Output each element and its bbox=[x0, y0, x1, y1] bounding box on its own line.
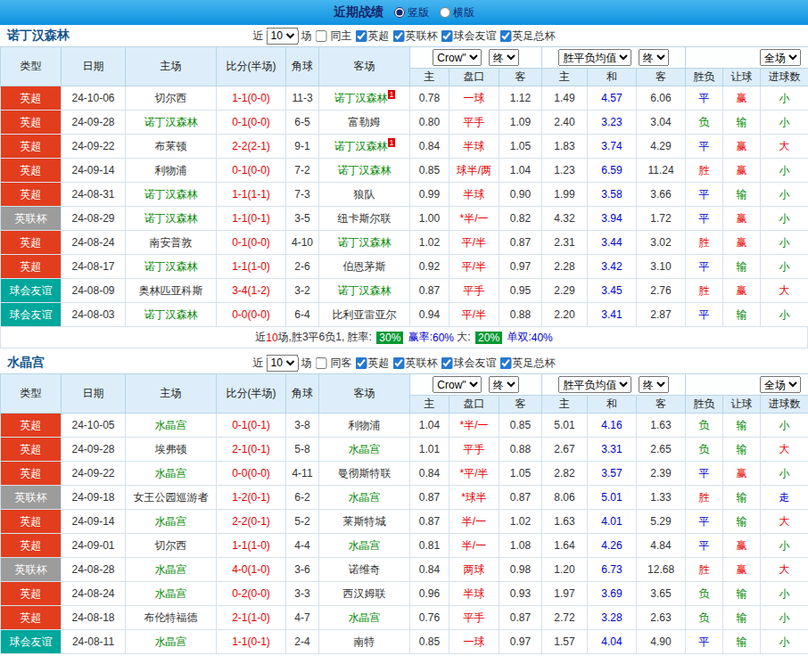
goals-result-indicator: 小 bbox=[761, 582, 808, 606]
league-filter-friendly[interactable]: 球会友谊 bbox=[441, 29, 497, 44]
asian-final-select[interactable]: 终 bbox=[489, 376, 519, 393]
corner-score: 2-4 bbox=[286, 630, 319, 654]
away-team: 莱斯特城 bbox=[319, 510, 410, 534]
match-date: 24-08-18 bbox=[62, 606, 126, 630]
epl-checkbox[interactable] bbox=[356, 30, 367, 42]
away-team: 比利亚雷亚尔 bbox=[319, 303, 410, 327]
handicap-result-indicator: 赢 bbox=[723, 558, 761, 582]
layout-option-vertical[interactable]: 竖版 bbox=[394, 5, 429, 20]
layout-option-horizontal[interactable]: 横版 bbox=[440, 5, 474, 20]
euro-away-odds: 3.02 bbox=[637, 231, 686, 255]
euro-away-odds: 3.66 bbox=[637, 183, 686, 207]
forest-matches-tbody: 英超24-10-06切尔西1-1(0-0)11-3诺丁汉森林10.78一球1.1… bbox=[1, 86, 808, 327]
home-team: 水晶宫 bbox=[126, 558, 217, 582]
euro-draw-odds: 3.74 bbox=[588, 135, 637, 159]
epl-checkbox[interactable] bbox=[356, 357, 367, 369]
match-score: 0-1(0-0) bbox=[217, 111, 286, 135]
euro-draw-odds: 3.31 bbox=[588, 438, 637, 462]
games-label: 场 bbox=[301, 356, 312, 371]
handicap-result-indicator: 赢 bbox=[723, 534, 761, 558]
handicap-result-indicator: 赢 bbox=[723, 231, 761, 255]
match-date: 24-08-28 bbox=[62, 558, 126, 582]
asian-home-odds: 0.85 bbox=[410, 159, 449, 183]
euro-final-select[interactable]: 终 bbox=[639, 376, 669, 393]
euro-away-odds: 1.72 bbox=[637, 207, 686, 231]
match-row: 英超24-09-14水晶宫2-2(0-1)5-2莱斯特城0.87半/一1.021… bbox=[1, 510, 808, 534]
asian-handicap: 平手 bbox=[449, 279, 499, 303]
col-score: 比分(半场) bbox=[217, 47, 286, 86]
match-score: 2-2(0-1) bbox=[217, 510, 286, 534]
bookmaker-select[interactable]: Crow" bbox=[433, 376, 482, 393]
col-home: 主场 bbox=[126, 374, 217, 414]
friendly-checkbox[interactable] bbox=[441, 357, 453, 369]
euro-draw-odds: 4.57 bbox=[588, 86, 637, 111]
league-filter-friendly[interactable]: 球会友谊 bbox=[441, 356, 497, 371]
league-cup-checkbox[interactable] bbox=[393, 30, 405, 42]
league-cup-label: 英联杯 bbox=[406, 29, 438, 44]
match-score: 0-0(0-0) bbox=[217, 303, 286, 327]
rank-badge: 1 bbox=[388, 90, 394, 99]
league-type-badge: 英超 bbox=[1, 135, 62, 159]
bookmaker-select[interactable]: Crow" bbox=[433, 49, 482, 66]
scope-select[interactable]: 全场 bbox=[760, 376, 801, 393]
corner-score: 2-6 bbox=[286, 255, 319, 279]
result-indicator: 负 bbox=[686, 582, 723, 606]
match-date: 24-08-09 bbox=[62, 279, 126, 303]
same-venue-label: 同客 bbox=[331, 356, 352, 371]
euro-avg-select[interactable]: 胜平负均值 bbox=[558, 49, 631, 66]
col-asian-home: 主 bbox=[410, 69, 449, 86]
handicap-result-indicator: 输 bbox=[723, 630, 761, 654]
league-filter-league-cup[interactable]: 英联杯 bbox=[392, 356, 438, 371]
result-indicator: 胜 bbox=[686, 558, 723, 582]
euro-draw-odds: 3.41 bbox=[588, 303, 637, 327]
asian-away-odds: 0.87 bbox=[499, 606, 542, 630]
asian-away-odds: 0.88 bbox=[499, 438, 542, 462]
home-team: 南安普敦 bbox=[126, 231, 217, 255]
friendly-checkbox[interactable] bbox=[441, 30, 453, 42]
match-score: 3-4(1-2) bbox=[217, 279, 286, 303]
euro-avg-select[interactable]: 胜平负均值 bbox=[558, 376, 631, 393]
corner-score: 4-11 bbox=[286, 462, 319, 486]
match-row: 英超24-08-24水晶宫0-2(0-0)3-3西汉姆联0.96半球0.931.… bbox=[1, 582, 808, 606]
home-team: 利物浦 bbox=[126, 159, 217, 183]
euro-home-odds: 1.23 bbox=[542, 159, 588, 183]
league-filter-fa-cup[interactable]: 英足总杯 bbox=[499, 356, 556, 371]
match-count-select[interactable]: 10 bbox=[267, 355, 299, 372]
away-team: 水晶宫 bbox=[319, 606, 410, 630]
league-cup-checkbox[interactable] bbox=[393, 357, 405, 369]
fa-cup-checkbox[interactable] bbox=[500, 30, 512, 42]
asian-home-odds: 0.81 bbox=[410, 534, 449, 558]
euro-final-select[interactable]: 终 bbox=[639, 49, 669, 66]
fa-cup-checkbox[interactable] bbox=[500, 357, 512, 369]
corner-score: 11-3 bbox=[286, 86, 319, 111]
asian-away-odds: 0.87 bbox=[499, 486, 542, 510]
league-filter-fa-cup[interactable]: 英足总杯 bbox=[499, 29, 556, 44]
handicap-result-indicator: 输 bbox=[723, 486, 761, 510]
euro-draw-odds: 5.01 bbox=[588, 486, 637, 510]
scope-select[interactable]: 全场 bbox=[760, 49, 801, 66]
handicap-result-indicator: 赢 bbox=[723, 279, 761, 303]
same-venue-checkbox[interactable] bbox=[316, 357, 327, 369]
asian-odds-header: Crow" 终 bbox=[410, 47, 542, 69]
league-type-badge: 英超 bbox=[1, 582, 62, 606]
away-team: 曼彻斯特联 bbox=[319, 462, 410, 486]
league-filter-league-cup[interactable]: 英联杯 bbox=[392, 29, 438, 44]
euro-draw-odds: 3.45 bbox=[588, 279, 637, 303]
league-filter-epl[interactable]: 英超 bbox=[355, 356, 390, 371]
league-type-badge: 英超 bbox=[1, 255, 62, 279]
match-count-select[interactable]: 10 bbox=[267, 28, 299, 45]
match-row: 英超24-09-22水晶宫0-0(0-0)4-11曼彻斯特联0.84*平/半1.… bbox=[1, 462, 808, 486]
euro-home-odds: 1.97 bbox=[542, 582, 588, 606]
league-filter-epl[interactable]: 英超 bbox=[355, 29, 390, 44]
same-venue-checkbox[interactable] bbox=[316, 30, 327, 42]
col-home: 主场 bbox=[126, 47, 217, 86]
euro-odds-header: 胜平负均值 终 bbox=[542, 374, 686, 396]
asian-final-select[interactable]: 终 bbox=[489, 49, 519, 66]
result-indicator: 平 bbox=[686, 510, 723, 534]
goals-result-indicator: 小 bbox=[761, 630, 808, 654]
corner-score: 5-8 bbox=[286, 438, 319, 462]
result-indicator: 平 bbox=[686, 207, 723, 231]
vertical-layout-radio[interactable] bbox=[394, 7, 405, 18]
horizontal-layout-radio[interactable] bbox=[440, 7, 450, 18]
match-date: 24-09-14 bbox=[62, 159, 126, 183]
